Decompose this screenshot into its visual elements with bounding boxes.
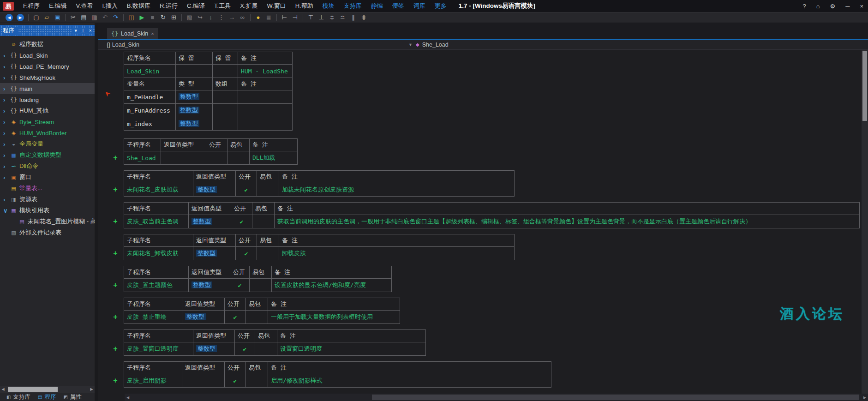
public-flag-cell[interactable]: ✔: [230, 279, 250, 292]
easy-pack-cell[interactable]: [250, 279, 272, 292]
public-flag-cell[interactable]: ✔: [225, 311, 246, 324]
home-icon[interactable]: ⌂: [816, 3, 820, 10]
subroutine-remark-cell[interactable]: 一般用于加载大量数据的列表框时使用: [268, 311, 400, 324]
sidebar-item-模块引用表[interactable]: ∨▦模块引用表: [0, 205, 95, 216]
chevron-icon[interactable]: ›: [3, 96, 10, 103]
datatype-link[interactable]: 整数型: [185, 313, 206, 320]
subroutine-remark-cell[interactable]: DLL加载: [250, 151, 298, 165]
outline-icon[interactable]: ≣: [263, 13, 274, 22]
variable-type-cell[interactable]: 整数型: [176, 104, 213, 117]
add-row-icon[interactable]: +: [112, 154, 119, 162]
subroutine-name-cell[interactable]: 未闻花名_皮肤加载: [124, 183, 193, 197]
paste-icon[interactable]: ▥: [89, 13, 100, 22]
help-icon[interactable]: ?: [802, 3, 806, 10]
easy-pack-cell[interactable]: [227, 151, 250, 165]
menu-item-extra[interactable]: 模块: [318, 2, 339, 10]
stop-icon[interactable]: ■: [147, 13, 158, 22]
return-type-cell[interactable]: 整数型: [193, 247, 236, 260]
package-icon[interactable]: ⊞: [168, 13, 179, 22]
link-icon[interactable]: ∞: [237, 13, 248, 22]
table-cell[interactable]: [176, 65, 213, 78]
easy-pack-cell[interactable]: [252, 215, 275, 228]
forward-icon[interactable]: ▶: [17, 14, 24, 21]
subroutine-table-皮肤_启用阴影[interactable]: 子程序名返回值类型公开易包备 注皮肤_启用阴影✔启用/修改阴影样式: [124, 361, 551, 388]
easy-pack-cell[interactable]: [255, 342, 277, 356]
restart-icon[interactable]: ↻: [158, 13, 168, 22]
datatype-link[interactable]: 整数型: [196, 250, 217, 257]
variable-name-cell[interactable]: m_FunAddress: [124, 104, 176, 117]
chevron-icon[interactable]: ›: [3, 152, 10, 159]
add-row-icon[interactable]: +: [112, 186, 119, 194]
table-cell[interactable]: [238, 104, 293, 117]
datatype-link[interactable]: 整数型: [196, 186, 217, 193]
variable-type-cell[interactable]: 整数型: [176, 117, 213, 131]
jump-icon[interactable]: ↪: [195, 13, 205, 22]
menu-item[interactable]: V.查看: [71, 2, 97, 10]
pin-icon[interactable]: ⊥: [81, 28, 85, 34]
easy-pack-cell[interactable]: [246, 311, 268, 324]
menu-item[interactable]: B.数据库: [122, 2, 155, 10]
menu-item-extra[interactable]: 便签: [388, 2, 409, 10]
close-icon[interactable]: ×: [860, 3, 863, 10]
tab-load-skin[interactable]: {} Load_Skin ×: [107, 28, 158, 39]
sidebar-item-自定义数据类型[interactable]: ›▦自定义数据类型: [0, 150, 95, 161]
subroutine-remark-cell[interactable]: 设置窗口透明度: [277, 342, 426, 356]
menu-item-extra[interactable]: 支持库: [339, 2, 366, 10]
bottom-tab-属性[interactable]: ◩属性: [60, 393, 84, 401]
add-row-icon[interactable]: +: [112, 281, 119, 289]
scrollbar-thumb[interactable]: [8, 387, 58, 392]
sidebar-horizontal-scrollbar[interactable]: ◀ ▶: [0, 386, 95, 393]
menu-item[interactable]: T.工具: [210, 2, 235, 10]
align-left-icon[interactable]: ⊢: [279, 13, 290, 22]
menu-item[interactable]: X.扩展: [235, 2, 262, 10]
table-cell[interactable]: [213, 90, 238, 104]
return-type-cell[interactable]: [161, 151, 206, 165]
return-type-cell[interactable]: 整数型: [189, 279, 230, 292]
scroll-left-icon[interactable]: ◀: [125, 395, 131, 400]
sidebar-item-资源表[interactable]: ›◨资源表: [0, 194, 95, 205]
scroll-right-icon[interactable]: ▶: [862, 395, 868, 400]
menu-item[interactable]: F.程序: [18, 2, 44, 10]
return-type-cell[interactable]: 整数型: [182, 311, 225, 324]
align-top-icon[interactable]: ⊤: [305, 13, 316, 22]
add-row-icon[interactable]: +: [112, 249, 119, 257]
sidebar-item-dll命令[interactable]: ›⊸Dll命令: [0, 161, 95, 172]
subroutine-name-cell[interactable]: 皮肤_置窗口透明度: [124, 342, 193, 356]
sidebar-item-loading[interactable]: ›{}loading: [0, 94, 95, 105]
scrollbar-track[interactable]: [131, 394, 862, 401]
editor-vertical-scrollbar[interactable]: [862, 50, 868, 394]
public-flag-cell[interactable]: ✔: [231, 215, 252, 228]
scrollbar-track[interactable]: [6, 387, 89, 392]
breadcrumb-scope-dropdown[interactable]: {} Load_Skin: [98, 42, 408, 48]
add-row-icon[interactable]: +: [112, 377, 119, 385]
new-file-icon[interactable]: ▢: [31, 13, 42, 22]
align-right-icon[interactable]: ⊣: [290, 13, 300, 22]
center-vertical-icon[interactable]: ≏: [337, 13, 348, 22]
sidebar-item-load_skin[interactable]: ›{}Load_Skin: [0, 50, 95, 61]
sidebar-item-byte_stream[interactable]: ›◈Byte_Stream: [0, 116, 95, 127]
step-down-icon[interactable]: ↓: [205, 13, 216, 22]
sidebar-item-常量表-[interactable]: ▤常量表...: [0, 183, 95, 194]
scroll-right-icon[interactable]: ▶: [89, 387, 95, 391]
close-icon[interactable]: ×: [89, 28, 92, 34]
scrollbar-thumb[interactable]: [862, 51, 867, 121]
image-icon[interactable]: ▧: [184, 13, 195, 22]
datatype-link[interactable]: 整数型: [192, 281, 212, 288]
same-width-icon[interactable]: ∥: [348, 13, 359, 22]
menu-item[interactable]: I.插入: [98, 2, 122, 10]
same-height-icon[interactable]: ⋕: [359, 13, 369, 22]
chevron-icon[interactable]: ›: [3, 63, 10, 70]
menu-item-extra[interactable]: 更多: [430, 2, 451, 10]
sidebar-item-程序数据[interactable]: ☺程序数据: [0, 39, 95, 50]
subroutine-table-皮肤_置窗口透明度[interactable]: 子程序名返回值类型公开易包备 注皮肤_置窗口透明度整数型✔设置窗口透明度: [124, 329, 426, 356]
chevron-icon[interactable]: ›: [3, 130, 10, 137]
sidebar-item-main[interactable]: ›{}main: [0, 83, 95, 94]
undo-icon[interactable]: ↶: [100, 13, 110, 22]
more-steps-icon[interactable]: ⋮: [216, 13, 227, 22]
run-to-cursor-icon[interactable]: ◫: [126, 13, 137, 22]
run-icon[interactable]: ▶: [137, 13, 147, 22]
return-type-cell[interactable]: [182, 374, 225, 388]
chevron-icon[interactable]: ›: [3, 74, 10, 81]
chevron-icon[interactable]: ›: [3, 108, 10, 114]
subroutine-table-未闻花名_卸载皮肤[interactable]: 子程序名返回值类型公开易包备 注未闻花名_卸载皮肤整数型✔卸载皮肤: [124, 234, 515, 260]
